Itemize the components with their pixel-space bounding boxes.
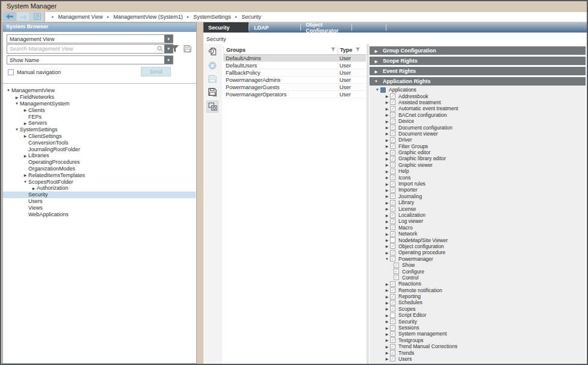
app-right-checkbox[interactable]: ✓ <box>390 356 395 361</box>
manual-navigation-option[interactable]: Manual navigation <box>8 69 61 75</box>
app-right-reactions[interactable]: ▶✓Reactions <box>370 281 586 287</box>
app-right-checkbox[interactable]: ✓ <box>390 206 395 211</box>
search-input[interactable] <box>7 46 156 52</box>
app-right-graphic-library-editor[interactable]: ▶✓Graphic library editor <box>370 155 586 161</box>
tree-expander-icon[interactable]: ▼ <box>14 128 20 131</box>
app-right-checkbox[interactable]: ✓ <box>394 263 399 268</box>
tree-expander-icon[interactable]: ▶ <box>384 144 390 148</box>
app-right-checkbox[interactable]: ✓ <box>390 187 395 193</box>
tree-item-journalingrootfolder[interactable]: JournalingRootFolder <box>3 146 196 152</box>
section-header-group-configuration[interactable]: ▶Group Configuration <box>370 46 586 55</box>
tree-item-clients[interactable]: ▶Clients <box>3 107 196 113</box>
manual-navigation-checkbox[interactable] <box>8 69 14 75</box>
tree-item-security[interactable]: Security <box>3 192 196 198</box>
app-right-license[interactable]: ▶✓License <box>370 205 586 211</box>
tree-expander-icon[interactable]: ▶ <box>384 319 390 323</box>
tree-item-clientsettings[interactable]: ▶ClientSettings <box>3 133 196 140</box>
tree-item-webapplications[interactable]: WebApplications <box>3 211 196 217</box>
tree-item-conversiontools[interactable]: ConversionTools <box>3 139 196 146</box>
tree-expander-icon[interactable]: ▼ <box>5 89 11 92</box>
app-right-checkbox[interactable]: ✓ <box>390 175 395 180</box>
app-right-graphic-editor[interactable]: ▶✓Graphic editor <box>370 149 586 155</box>
new-group-button[interactable] <box>206 45 218 57</box>
app-right-users[interactable]: ▶✓Users <box>370 356 586 362</box>
send-button[interactable]: Send <box>141 67 171 76</box>
app-right-trends[interactable]: ▶✓Trends <box>370 349 586 355</box>
tree-expander-icon[interactable]: ▶ <box>384 295 390 299</box>
forward-button[interactable] <box>17 12 29 21</box>
app-right-importer[interactable]: ▶✓Importer <box>370 187 586 193</box>
app-right-checkbox[interactable]: ✓ <box>390 125 395 130</box>
tree-expander-icon[interactable]: ▶ <box>384 113 390 117</box>
app-right-checkbox[interactable]: ✓ <box>390 112 395 117</box>
app-right-checkbox[interactable]: ✓ <box>390 319 395 324</box>
app-right-checkbox[interactable]: ✓ <box>390 325 395 331</box>
tree-expander-icon[interactable]: ▶ <box>384 207 390 211</box>
app-right-trend-manual-corrections[interactable]: ▶✓Trend Manual Corrections <box>370 343 586 349</box>
app-right-checkbox[interactable]: ✓ <box>390 93 395 99</box>
app-right-localization[interactable]: ▶✓Localization <box>370 212 586 218</box>
app-right-checkbox[interactable]: ✓ <box>390 231 395 237</box>
app-right-checkbox[interactable]: ✓ <box>390 350 395 355</box>
tree-expander-icon[interactable]: ▶ <box>384 188 390 192</box>
app-right-log-viewer[interactable]: ▶✓Log viewer <box>370 218 586 224</box>
tree-expander-icon[interactable]: ▶ <box>384 163 390 167</box>
tree-expander-icon[interactable]: ▶ <box>384 351 390 355</box>
app-right-checkbox[interactable]: ✓ <box>390 119 395 124</box>
groups-column-header[interactable]: Groups <box>223 46 337 54</box>
history-button[interactable] <box>31 12 43 21</box>
tree-expander-icon[interactable]: ▶ <box>384 157 390 161</box>
section-header-application-rights[interactable]: ▼Application Rights <box>370 77 586 86</box>
app-right-checkbox[interactable]: ✓ <box>390 306 395 311</box>
app-right-driver[interactable]: ▶✓Driver <box>370 137 586 143</box>
app-right-show[interactable]: ✓Show <box>370 262 586 268</box>
section-expander-icon[interactable]: ▶ <box>370 49 383 53</box>
tab-ldap[interactable]: LDAP <box>249 22 300 33</box>
tree-expander-icon[interactable]: ▶ <box>384 175 390 179</box>
breadcrumb-item[interactable]: SystemSettings <box>193 14 231 20</box>
group-row-defaultadmins[interactable]: DefaultAdminsUser <box>223 55 366 62</box>
tree-expander-icon[interactable]: ▶ <box>384 125 390 129</box>
app-right-control[interactable]: ✓Control <box>370 275 586 281</box>
tree-item-fieldnetworks[interactable]: ▶FieldNetworks <box>3 94 196 101</box>
app-right-graphic-viewer[interactable]: ▶✓Graphic viewer <box>370 162 586 168</box>
app-right-checkbox[interactable]: ✓ <box>390 156 395 161</box>
tree-expander-icon[interactable]: ▶ <box>384 119 390 123</box>
app-right-nodemap-site-viewer[interactable]: ▶NodeMap/Site Viewer <box>370 237 586 243</box>
app-right-help[interactable]: ▶✓Help <box>370 168 586 174</box>
app-right-checkbox[interactable]: ✓ <box>390 131 395 136</box>
app-right-filter-groups[interactable]: ▶✓Filter Groups <box>370 143 586 149</box>
app-right-schedules[interactable]: ▶✓Schedules <box>370 299 586 305</box>
app-right-configure[interactable]: ✓Configure <box>370 268 586 274</box>
tree-expander-icon[interactable]: ▶ <box>31 186 37 190</box>
tree-expander-icon[interactable]: ▶ <box>384 244 390 248</box>
app-right-checkbox[interactable]: ✓ <box>394 275 399 280</box>
chevron-down-icon[interactable]: ▼ <box>164 35 173 43</box>
app-right-checkbox[interactable]: ✓ <box>390 137 395 143</box>
tree-expander-icon[interactable]: ▶ <box>384 151 390 155</box>
tree-expander-icon[interactable]: ▶ <box>22 154 28 158</box>
app-right-checkbox[interactable]: ✓ <box>390 294 395 299</box>
group-row-defaultusers[interactable]: DefaultUsersUser <box>223 62 366 69</box>
breadcrumb-item[interactable]: Security <box>241 14 261 20</box>
group-row-fallbackpolicy[interactable]: FallbackPolicyUser <box>223 69 366 76</box>
app-right-journaling[interactable]: ▶✓Journaling <box>370 193 586 199</box>
breadcrumb-item[interactable]: ManagementView (System1) <box>113 14 182 20</box>
app-right-checkbox[interactable]: ✓ <box>390 181 395 187</box>
tree-item-managementview[interactable]: ▼ManagementView <box>3 87 196 94</box>
tree-item-relateditemstemplates[interactable]: ▶RelatedItemsTemplates <box>3 172 196 178</box>
app-right-document-configuration[interactable]: ▶✓Document configuration <box>370 124 586 130</box>
chevron-down-icon[interactable]: ▼ <box>164 56 173 64</box>
app-right-script-editor[interactable]: ▶Script Editor <box>370 312 586 318</box>
group-row-powermanageradmins[interactable]: PowermanagerAdminsUser <box>223 76 366 84</box>
app-right-checkbox[interactable]: ✓ <box>394 269 399 274</box>
tree-expander-icon[interactable]: ▶ <box>22 121 28 125</box>
app-right-assisted-treatment[interactable]: ▶✓Assisted treatment <box>370 99 586 105</box>
tab-security[interactable]: Security <box>203 22 249 33</box>
app-right-library[interactable]: ▶✓Library <box>370 199 586 205</box>
tree-item-views[interactable]: Views <box>3 204 196 211</box>
app-right-checkbox[interactable]: ✓ <box>390 200 395 205</box>
app-right-checkbox[interactable]: ✓ <box>390 106 395 111</box>
app-right-icons[interactable]: ▶✓Icons <box>370 174 586 180</box>
section-header-scope-rights[interactable]: ▶Scope Rights <box>370 57 586 65</box>
